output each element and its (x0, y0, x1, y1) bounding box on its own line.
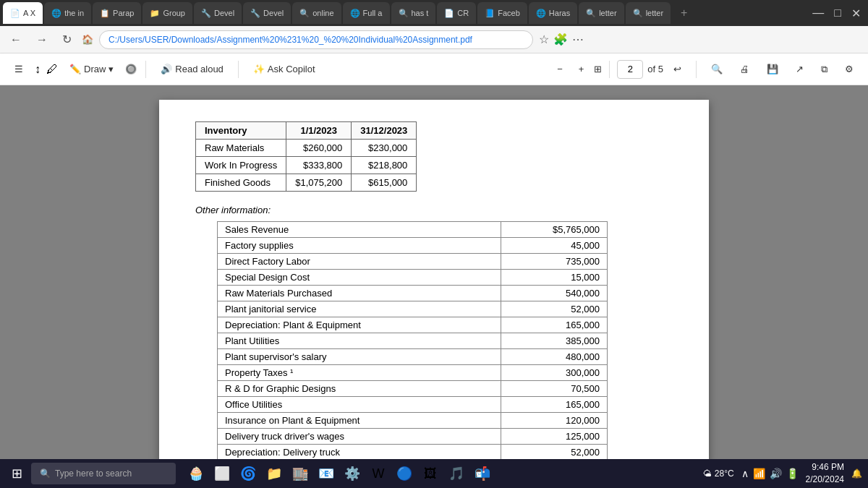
taskbar-app-settings[interactable]: ⚙️ (341, 462, 364, 485)
start-button[interactable]: ⊞ (6, 463, 28, 484)
other-info-row-label: Property Taxes ¹ (218, 365, 501, 381)
forward-button[interactable]: → (32, 32, 52, 48)
clock[interactable]: 9:46 PM 2/20/2024 (806, 461, 844, 486)
bookmark-icon[interactable]: ☆ (539, 33, 549, 46)
inventory-row-val2: $615,000 (352, 174, 417, 192)
tab8-icon: 🌐 (350, 9, 360, 18)
inventory-row-label: Finished Goods (196, 174, 286, 192)
taskbar-app-music[interactable]: 🎵 (445, 462, 468, 485)
other-info-row-label: Depreciation: Plant & Equipment (218, 317, 501, 333)
other-info-row: Depreciation: Plant & Equipment 165,000 (218, 317, 608, 333)
other-info-row: Property Taxes ¹ 300,000 (218, 365, 608, 381)
taskbar-search-box[interactable]: 🔍 Type here to search (31, 463, 176, 484)
cursor-icon: ↕ (35, 63, 41, 76)
other-info-row-label: Raw Materials Purchased (218, 286, 501, 301)
pdf-settings-button[interactable]: ⚙ (839, 61, 859, 77)
other-info-row-label: Direct Factory Labor (218, 254, 501, 270)
save-button[interactable]: 💾 (761, 61, 784, 77)
copilot-icon: ✨ (253, 64, 265, 74)
taskbar-app-word[interactable]: W (367, 462, 390, 485)
open-new-button[interactable]: ⧉ (815, 61, 833, 78)
other-info-row-label: Delivery truck driver's wages (218, 429, 501, 445)
print-button[interactable]: 🖨 (734, 61, 755, 77)
minimize-button[interactable]: — (808, 5, 828, 21)
fit-page-icon: ⊞ (594, 64, 602, 74)
other-info-row-value: 165,000 (501, 317, 608, 333)
share-button[interactable]: ↗ (790, 61, 809, 77)
other-info-row: Plant Utilities 385,000 (218, 333, 608, 349)
tab-5[interactable]: 🔧Devel (194, 2, 242, 24)
search-pdf-button[interactable]: 🔍 (705, 61, 728, 77)
tab-13[interactable]: 🔍letter (579, 2, 624, 24)
draw-chevron-icon: ▾ (109, 64, 114, 74)
current-page-input[interactable] (617, 60, 643, 79)
other-info-row-label: Plant janitorial service (218, 301, 501, 317)
other-info-row-value: 735,000 (501, 254, 608, 270)
tab-10[interactable]: 📄CR (437, 2, 476, 24)
divider-1 (145, 61, 146, 78)
tab-11[interactable]: 📘Faceb (477, 2, 527, 24)
taskbar-app-taskview[interactable]: ⬜ (210, 462, 234, 485)
inventory-row: Raw Materials $260,000 $230,000 (196, 140, 417, 157)
address-input[interactable] (99, 30, 533, 49)
other-info-row: Factory supplies 45,000 (218, 238, 608, 254)
pdf-toolbar: ☰ ↕ 🖊 ✏️ Draw ▾ 🔘 🔊 Read aloud ✨ Ask Cop… (0, 53, 868, 85)
tab-6[interactable]: 🔧Devel (243, 2, 291, 24)
maximize-button[interactable]: □ (830, 5, 846, 21)
settings-icon[interactable]: ⋯ (572, 33, 584, 46)
tab12-icon: 🌐 (536, 9, 546, 18)
tab-14[interactable]: 🔍letter (626, 2, 671, 24)
inventory-row: Work In Progress $333,800 $218,800 (196, 157, 417, 174)
active-tab[interactable]: 📄 A X (3, 2, 43, 24)
pdf-content: Inventory 1/1/2023 31/12/2023 Raw Materi… (0, 85, 868, 459)
tab-12[interactable]: 🌐Haras (529, 2, 577, 24)
tab10-icon: 📄 (444, 9, 454, 18)
new-tab-button[interactable]: + (675, 4, 693, 22)
speaker-icon: 🔊 (161, 64, 172, 74)
other-info-row-label: Sales Revenue (218, 222, 501, 238)
other-info-row: Delivery truck driver's wages 125,000 (218, 429, 608, 445)
other-info-row-label: Plant supervisor's salary (218, 349, 501, 365)
back-button[interactable]: ← (6, 32, 26, 48)
taskbar-app-muffin[interactable]: 🧁 (184, 462, 208, 485)
pdf-page: Inventory 1/1/2023 31/12/2023 Raw Materi… (159, 100, 709, 459)
tab-2[interactable]: 🌐the in (44, 2, 91, 24)
zoom-out-button[interactable]: − (551, 61, 569, 77)
tab7-icon: 🔍 (299, 9, 310, 18)
rotate-button[interactable]: ↩ (668, 61, 687, 77)
inventory-row-val2: $230,000 (352, 140, 417, 157)
taskbar-app-mail[interactable]: 📧 (315, 462, 338, 485)
close-button[interactable]: ✕ (847, 5, 865, 22)
extension-icon[interactable]: 🧩 (553, 33, 568, 46)
hamburger-menu-button[interactable]: ☰ (9, 61, 29, 77)
taskbar-app-photos[interactable]: 🖼 (419, 462, 442, 485)
ask-copilot-button[interactable]: ✨ Ask Copilot (247, 61, 321, 77)
inventory-row: Finished Goods $1,075,200 $615,000 (196, 174, 417, 192)
inventory-row-val1: $260,000 (286, 140, 352, 157)
other-info-row-value: 385,000 (501, 333, 608, 349)
inventory-row-val2: $218,800 (352, 157, 417, 174)
inventory-table: Inventory 1/1/2023 31/12/2023 Raw Materi… (195, 121, 417, 192)
tab-7[interactable]: 🔍online (292, 2, 341, 24)
refresh-button[interactable]: ↻ (58, 31, 76, 48)
other-info-row-label: Plant Utilities (218, 333, 501, 349)
other-info-row-label: Depreciation: Delivery truck (218, 445, 501, 460)
other-info-row: Special Design Cost 15,000 (218, 270, 608, 286)
taskbar-app-outlook[interactable]: 📬 (471, 462, 494, 485)
taskbar-app-edge[interactable]: 🌀 (237, 462, 260, 485)
taskbar-app-store[interactable]: 🏬 (289, 462, 312, 485)
other-info-row-label: R & D for Graphic Designs (218, 381, 501, 397)
tab-3[interactable]: 📋Parap (93, 2, 141, 24)
read-aloud-button[interactable]: 🔊 Read aloud (155, 61, 229, 77)
taskbar-app-folder[interactable]: 📁 (263, 462, 286, 485)
tab-4[interactable]: 📁Group (142, 2, 192, 24)
taskbar-app-chrome[interactable]: 🔵 (393, 462, 416, 485)
tab-8[interactable]: 🌐Full a (343, 2, 390, 24)
zoom-in-button[interactable]: + (573, 61, 590, 77)
address-bar-row: ← → ↻ 🏠 ☆ 🧩 ⋯ (0, 26, 868, 53)
tab-9[interactable]: 🔍has t (391, 2, 436, 24)
chevron-up-icon[interactable]: ∧ (741, 468, 749, 479)
notification-icon[interactable]: 🔔 (851, 468, 862, 479)
draw-button[interactable]: ✏️ Draw ▾ (64, 61, 119, 77)
highlight-icon: 🖊 (46, 63, 58, 76)
